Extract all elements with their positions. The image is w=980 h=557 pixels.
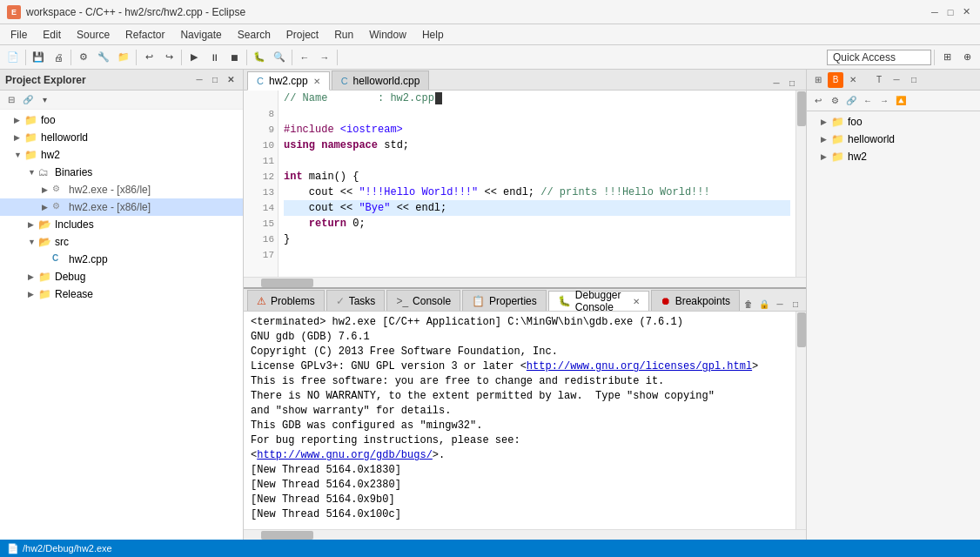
code-area[interactable]: 8 9 10 11 12 13 14 15 16 17 // Name : hw… [244,91,806,277]
tab-hw2cpp[interactable]: C hw2.cpp ✕ [247,71,330,91]
editor-maximize-btn[interactable]: □ [785,76,799,90]
rph-btn-minimize[interactable]: ─ [889,72,904,88]
tree-item-hw2[interactable]: ▼ 📁 hw2 [0,146,243,164]
tree-item-includes[interactable]: ▶ 📂 Includes [0,216,243,233]
console-clear-btn[interactable]: 🗑 [742,297,755,311]
code-line-11 [284,153,790,169]
menu-search[interactable]: Search [231,27,278,43]
rph-btn-B[interactable]: B [828,72,843,88]
bottom-maximize-btn[interactable]: □ [789,297,802,311]
console-line-11: [New Thread 5164.0x2380] [251,478,789,493]
explorer-maximize-btn[interactable]: □ [208,73,222,87]
app-icon: E [7,5,21,19]
right-tree-hw2[interactable]: ▶ 📁 hw2 [807,148,980,165]
tab-console[interactable]: >_ Console [386,290,460,311]
tree-item-helloworld[interactable]: ▶ 📁 helloworld [0,129,243,146]
rpt-btn-2[interactable]: ⚙ [827,93,842,109]
console-line-12: [New Thread 5164.0x9b0] [251,493,789,507]
open-perspective-btn[interactable]: ⊕ [957,48,977,67]
close-button[interactable]: ✕ [959,5,973,19]
menu-refactor[interactable]: Refactor [118,27,171,43]
console-area[interactable]: <terminated> hw2.exe [C/C++ Application]… [244,312,795,529]
menu-file[interactable]: File [3,27,34,43]
maximize-button[interactable]: □ [943,5,957,19]
rph-btn-maximize[interactable]: □ [906,72,922,88]
rpt-btn-1[interactable]: ↩ [810,93,826,109]
minimize-button[interactable]: ─ [928,5,942,19]
menu-window[interactable]: Window [362,27,413,43]
tree-item-release[interactable]: ▶ 📁 Release [0,285,243,303]
rpt-btn-5[interactable]: → [876,93,892,109]
toolbar-btn-4[interactable]: ↩ [139,48,158,67]
toolbar-btn-5[interactable]: ↪ [159,48,178,67]
toolbar-btn-9[interactable]: 🐛 [250,48,269,67]
rph-btn-close[interactable]: ✕ [845,72,861,88]
editor-hscroll[interactable] [244,277,806,287]
toolbar-btn-1[interactable]: ⚙ [74,48,93,67]
console-hscroll[interactable] [244,529,806,540]
tab-breakpoints[interactable]: ⏺ Breakpoints [651,290,740,311]
toolbar-btn-12[interactable]: → [315,48,334,67]
tree-item-foo[interactable]: ▶ 📁 foo [0,111,243,129]
menu-edit[interactable]: Edit [36,27,68,43]
bottom-minimize-btn[interactable]: ─ [773,297,787,311]
rpt-btn-6[interactable]: 🔼 [893,93,909,109]
folder-icon-src: 📂 [38,236,52,248]
tab-properties[interactable]: 📋 Properties [462,290,547,311]
menu-project[interactable]: Project [279,27,326,43]
quick-access-box[interactable]: Quick Access [827,50,931,65]
console-scroll-lock-btn[interactable]: 🔒 [757,297,771,311]
perspectives-btn[interactable]: ⊞ [937,48,957,67]
tree-item-binaries[interactable]: ▼ 🗂 Binaries [0,164,243,181]
new-button[interactable]: 📄 [3,48,23,67]
toolbar-btn-10[interactable]: 🔍 [270,48,289,67]
tree-item-hw2exe2[interactable]: ▶ ⚙ hw2.exe - [x86/le] [0,198,243,216]
tree-item-hw2exe1[interactable]: ▶ ⚙ hw2.exe - [x86/le] [0,181,243,198]
toolbar-btn-2[interactable]: 🔧 [94,48,113,67]
properties-icon: 📋 [472,295,485,307]
menubar: File Edit Source Refactor Navigate Searc… [0,24,980,45]
rph-btn-T[interactable]: T [871,72,887,88]
rpt-btn-3[interactable]: 🔗 [843,93,859,109]
menu-help[interactable]: Help [415,27,451,43]
collapse-all-btn[interactable]: ⊟ [3,92,19,108]
cpp-tab-icon-2: C [341,76,348,86]
toolbar-btn-7[interactable]: ⏸ [205,48,224,67]
license-link[interactable]: http://www.gnu.org/licenses/gpl.html [527,360,752,372]
editor-minimize-btn[interactable]: ─ [769,76,783,90]
console-icon: >_ [396,295,408,307]
toolbar-btn-3[interactable]: 📁 [114,48,133,67]
tree-item-debug[interactable]: ▶ 📁 Debug [0,268,243,285]
tab-tasks[interactable]: ✓ Tasks [326,290,386,311]
toolbar-btn-6[interactable]: ▶ [185,48,204,67]
explorer-close-btn[interactable]: ✕ [224,73,238,87]
menu-source[interactable]: Source [70,27,117,43]
right-tree-foo[interactable]: ▶ 📁 foo [807,113,980,131]
explorer-minimize-btn[interactable]: ─ [192,73,206,87]
rpt-btn-4[interactable]: ← [860,93,876,109]
print-button[interactable]: 🖨 [49,48,68,67]
editor-scrollbar[interactable] [795,91,806,277]
toolbar-btn-8[interactable]: ⏹ [225,48,244,67]
tab-debugger-close[interactable]: ✕ [633,297,640,306]
tab-hw2cpp-close[interactable]: ✕ [313,77,320,86]
tab-helloworld[interactable]: C helloworld.cpp [332,70,430,90]
tab-debugger-console[interactable]: 🐛 Debugger Console ✕ [548,291,649,312]
rph-btn-hierarchy[interactable]: ⊞ [810,72,826,88]
menu-navigate[interactable]: Navigate [173,27,228,43]
link-with-editor-btn[interactable]: 🔗 [20,92,36,108]
right-tree-helloworld[interactable]: ▶ 📁 helloworld [807,131,980,148]
save-button[interactable]: 💾 [29,48,48,67]
menu-run[interactable]: Run [327,27,360,43]
right-arrow-foo: ▶ [821,117,831,126]
console-scrollbar[interactable] [795,312,806,529]
tree-item-hw2cpp[interactable]: C hw2.cpp [0,251,243,268]
bugs-link[interactable]: http://www.gnu.org/gdb/bugs/ [257,449,433,461]
tree-item-src[interactable]: ▼ 📂 src [0,233,243,251]
title-text: workspace - C/C++ - hw2/src/hw2.cpp - Ec… [26,6,923,18]
tree-label-foo: foo [41,114,56,126]
explorer-menu-btn[interactable]: ▾ [37,92,52,108]
tab-problems[interactable]: ⚠ Problems [247,290,325,311]
toolbar-btn-11[interactable]: ← [295,48,314,67]
code-content[interactable]: // Name : hw2.cpp #include <iostream> us… [279,91,795,277]
